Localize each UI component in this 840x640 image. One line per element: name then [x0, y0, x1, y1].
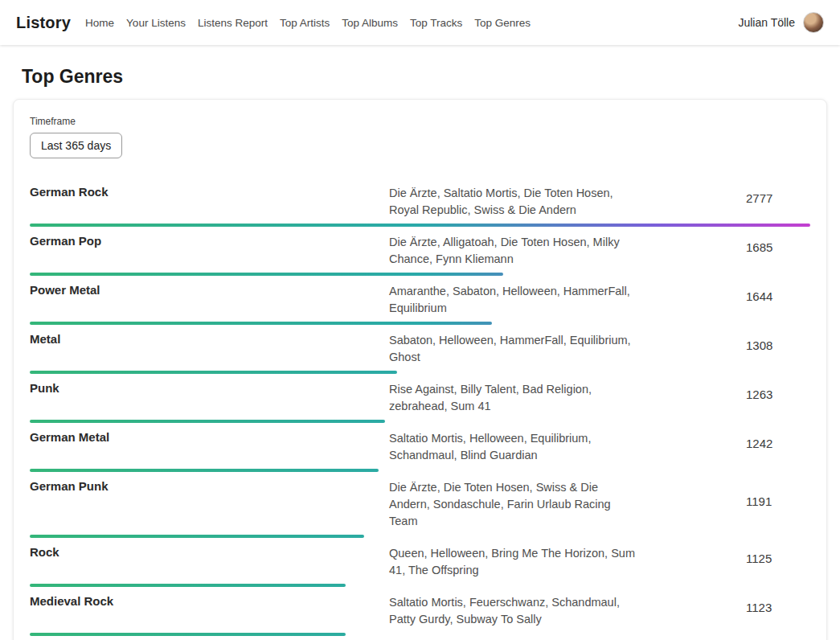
genre-count: 1644: [746, 289, 810, 303]
timeframe-label: Timeframe: [30, 116, 810, 127]
top-nav: Listory HomeYour ListensListens ReportTo…: [0, 0, 840, 45]
genre-name: Metal: [30, 325, 389, 366]
genre-name: German Metal: [30, 423, 389, 464]
genre-name: German Rock: [30, 178, 389, 219]
genre-count: 1308: [746, 338, 810, 352]
nav-item-top-genres[interactable]: Top Genres: [474, 17, 531, 29]
nav-item-top-tracks[interactable]: Top Tracks: [410, 17, 462, 29]
genre-name: Melodic Metal: [30, 636, 389, 640]
page-title: Top Genres: [22, 66, 827, 88]
genre-name: Power Metal: [30, 276, 389, 317]
nav-item-your-listens[interactable]: Your Listens: [126, 17, 186, 29]
table-row: RockQueen, Helloween, Bring Me The Horiz…: [30, 538, 810, 587]
table-row: MetalSabaton, Helloween, HammerFall, Equ…: [30, 325, 810, 374]
genre-artists: Die Ärzte, Alligatoah, Die Toten Hosen, …: [389, 227, 640, 268]
genre-artists: Die Ärzte, Saltatio Mortis, Die Toten Ho…: [389, 178, 640, 219]
genre-name: Medieval Rock: [30, 587, 389, 628]
nav-item-listens-report[interactable]: Listens Report: [198, 17, 268, 29]
genre-artists: Saltatio Mortis, Feuerschwanz, Schandmau…: [389, 587, 640, 628]
user-name[interactable]: Julian Tölle: [738, 16, 795, 29]
table-row: German PopDie Ärzte, Alligatoah, Die Tot…: [30, 227, 810, 276]
genre-artists: Queen, Helloween, Bring Me The Horizon, …: [389, 538, 640, 579]
genres-table: German RockDie Ärzte, Saltatio Mortis, D…: [30, 178, 810, 640]
main-content: Top Genres Timeframe Last 365 days Germa…: [0, 66, 840, 640]
brand-logo[interactable]: Listory: [16, 14, 71, 32]
timeframe-group: Timeframe Last 365 days: [30, 116, 810, 158]
genre-name: German Pop: [30, 227, 389, 268]
genre-artists: Saltatio Mortis, Helloween, Equilibrium,…: [389, 423, 640, 464]
genre-artists: Sabaton, Helloween, HammerFall, Equilibr…: [389, 325, 640, 366]
user-avatar[interactable]: [803, 12, 824, 33]
genre-count: 1242: [746, 437, 810, 450]
nav-item-home[interactable]: Home: [85, 17, 114, 29]
table-row: Melodic MetalUnleash The Archers, Hellow…: [30, 636, 810, 640]
table-row: Medieval RockSaltatio Mortis, Feuerschwa…: [30, 587, 810, 636]
genre-artists: Rise Against, Billy Talent, Bad Religion…: [389, 374, 640, 415]
table-row: German RockDie Ärzte, Saltatio Mortis, D…: [30, 178, 810, 227]
nav-right: Julian Tölle: [738, 12, 824, 33]
genre-count: 1123: [746, 601, 810, 614]
main-nav: HomeYour ListensListens ReportTop Artist…: [85, 17, 531, 29]
genre-artists: Amaranthe, Sabaton, Helloween, HammerFal…: [389, 276, 640, 317]
genre-name: Rock: [30, 538, 389, 579]
genre-count: 1191: [746, 494, 810, 508]
genre-artists: Die Ärzte, Die Toten Hosen, Swiss & Die …: [389, 472, 640, 530]
nav-item-top-albums[interactable]: Top Albums: [342, 17, 398, 29]
genre-count: 1263: [746, 388, 810, 401]
table-row: German MetalSaltatio Mortis, Helloween, …: [30, 423, 810, 472]
table-row: Power MetalAmaranthe, Sabaton, Helloween…: [30, 276, 810, 325]
nav-item-top-artists[interactable]: Top Artists: [280, 17, 330, 29]
genre-count: 2777: [746, 191, 810, 205]
timeframe-select[interactable]: Last 365 days: [30, 133, 122, 158]
table-row: PunkRise Against, Billy Talent, Bad Reli…: [30, 374, 810, 423]
genre-count: 1685: [746, 240, 810, 254]
genre-name: Punk: [30, 374, 389, 415]
genre-count: 1125: [746, 552, 810, 565]
genre-name: German Punk: [30, 472, 389, 530]
table-row: German PunkDie Ärzte, Die Toten Hosen, S…: [30, 472, 810, 538]
genre-artists: Unleash The Archers, Helloween, HammerFa…: [389, 636, 640, 640]
top-genres-card: Timeframe Last 365 days German RockDie Ä…: [13, 99, 827, 640]
